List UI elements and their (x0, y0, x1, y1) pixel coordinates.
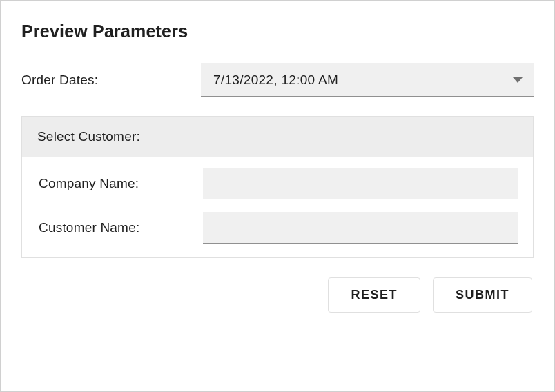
chevron-down-icon (513, 77, 523, 83)
select-customer-panel: Select Customer: Company Name: Customer … (21, 116, 534, 258)
svg-marker-0 (513, 77, 523, 83)
select-customer-body: Company Name: Customer Name: (22, 157, 533, 257)
order-dates-label: Order Dates: (21, 72, 201, 88)
company-name-input[interactable] (203, 168, 518, 199)
reset-button[interactable]: RESET (328, 277, 420, 313)
page-title: Preview Parameters (21, 21, 534, 41)
select-customer-header: Select Customer: (22, 117, 533, 157)
customer-name-label: Customer Name: (37, 220, 203, 235)
actions-bar: RESET SUBMIT (21, 277, 534, 313)
order-dates-dropdown[interactable]: 7/13/2022, 12:00 AM (201, 63, 534, 97)
preview-parameters-container: Preview Parameters Order Dates: 7/13/202… (1, 1, 554, 326)
customer-name-row: Customer Name: (37, 212, 518, 244)
customer-name-input[interactable] (203, 212, 518, 244)
company-name-label: Company Name: (37, 176, 203, 191)
company-name-row: Company Name: (37, 168, 518, 199)
order-dates-row: Order Dates: 7/13/2022, 12:00 AM (21, 63, 534, 97)
submit-button[interactable]: SUBMIT (433, 277, 532, 313)
order-dates-value: 7/13/2022, 12:00 AM (213, 72, 338, 88)
